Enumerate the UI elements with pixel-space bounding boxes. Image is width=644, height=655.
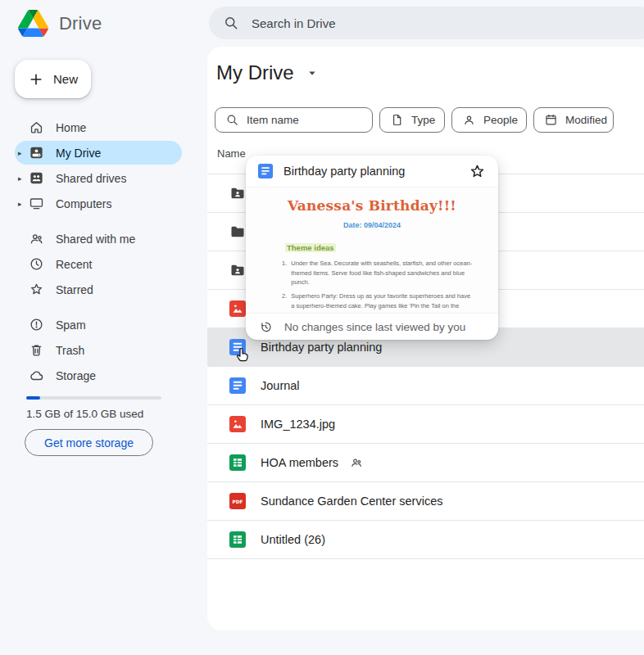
chevron-down-icon: [305, 66, 320, 80]
filter-chip-label: Modified: [565, 114, 607, 126]
sidebar-item-label: Starred: [56, 283, 93, 296]
starred-icon: [29, 282, 44, 297]
app-name: Drive: [59, 13, 102, 34]
svg-text:PDF: PDF: [232, 499, 243, 504]
shared-people-icon: [350, 456, 363, 469]
doc-numbered-list: 1.Under the Sea. Decorate with seashells…: [282, 259, 475, 314]
filter-chip-label: Item name: [247, 114, 299, 126]
file-name: Birthday party planning: [261, 341, 382, 354]
file-row-untitled-26-[interactable]: Untitled (26): [207, 521, 644, 559]
file-name: HOA members: [261, 456, 338, 469]
person-icon: [462, 113, 476, 127]
history-icon: [259, 320, 273, 334]
google-doc-icon: [258, 164, 273, 178]
drive-logo-icon: [18, 10, 48, 37]
sidebar-item-computers[interactable]: ▸Computers: [15, 192, 182, 215]
name-column-header[interactable]: Name: [217, 147, 246, 160]
file-row-img-1234-jpg[interactable]: IMG_1234.jpg: [207, 405, 644, 444]
doc-list-number: 1.: [282, 259, 287, 287]
filter-chip-label: Type: [411, 114, 435, 126]
doc-icon: [229, 377, 246, 394]
shared-folder-icon: [229, 185, 246, 201]
file-name: Untitled (26): [261, 533, 325, 546]
filter-chip-modified[interactable]: Modified: [533, 107, 614, 133]
doc-section-heading: Theme ideas: [285, 243, 336, 252]
preview-status-text: No changes since last viewed by you: [284, 321, 465, 333]
pdf-icon: PDF: [229, 493, 246, 509]
filter-chip-label: People: [483, 114, 518, 126]
file-name: Sundance Garden Center services: [261, 495, 442, 508]
shared-drives-icon: [29, 170, 44, 186]
image-icon: [229, 416, 246, 432]
doc-icon: [229, 339, 246, 355]
sidebar-item-label: Trash: [56, 344, 84, 357]
preview-header: Birthday party planning: [246, 156, 498, 187]
drive-brand: Drive: [18, 10, 102, 37]
folder-icon: [229, 224, 246, 240]
computers-icon: [29, 196, 44, 211]
doc-list-item: 2.Superhero Party: Dress up as your favo…: [282, 291, 475, 314]
get-more-storage-button[interactable]: Get more storage: [25, 429, 153, 456]
star-outline-icon[interactable]: [469, 163, 486, 180]
doc-list-text: Superhero Party: Dress up as your favori…: [291, 291, 475, 314]
sidebar-item-label: Computers: [56, 197, 111, 210]
file-row-journal[interactable]: Journal: [207, 367, 644, 405]
plus-icon: [28, 71, 44, 88]
search-icon: [223, 15, 239, 31]
storage-progress-fill: [26, 396, 40, 400]
sidebar-item-my-drive[interactable]: ▸My Drive: [15, 141, 182, 165]
search-placeholder: Search in Drive: [252, 16, 336, 30]
doc-list-item: 1.Under the Sea. Decorate with seashells…: [282, 259, 475, 287]
recent-icon: [29, 256, 44, 272]
sidebar-item-label: Shared drives: [56, 172, 126, 185]
filter-chip-type[interactable]: Type: [379, 107, 445, 133]
file-icon: [390, 113, 404, 127]
sidebar-item-shared-drives[interactable]: ▸Shared drives: [15, 166, 182, 190]
file-name: IMG_1234.jpg: [261, 418, 335, 431]
sidebar-item-label: Recent: [56, 258, 92, 271]
file-row-sundance-garden-center-services[interactable]: PDFSundance Garden Center services: [207, 482, 644, 521]
doc-date-line: Date: 09/04/2024: [246, 221, 498, 229]
sidebar-item-spam[interactable]: Spam: [15, 313, 182, 337]
my-drive-icon: [29, 145, 44, 160]
sidebar-item-storage[interactable]: Storage: [15, 364, 182, 387]
file-preview-card: Birthday party planning Vanessa's Birthd…: [246, 156, 498, 340]
page-title: My Drive: [216, 61, 294, 84]
sheet-icon: [229, 454, 246, 471]
image-icon: [229, 300, 246, 317]
new-button[interactable]: New: [15, 60, 91, 98]
filter-chip-item-name[interactable]: Item name: [215, 107, 373, 133]
filter-chips: Item nameTypePeopleModified: [215, 107, 614, 133]
sidebar-item-label: Spam: [56, 318, 86, 332]
spam-icon: [29, 317, 44, 332]
preview-footer: No changes since last viewed by you: [246, 314, 498, 340]
sidebar-item-home[interactable]: Home: [15, 115, 182, 139]
doc-heading: Vanessa's Birthday!!!: [246, 197, 498, 214]
filter-chip-people[interactable]: People: [451, 107, 527, 133]
sidebar-item-starred[interactable]: Starred: [15, 278, 182, 301]
sidebar-item-recent[interactable]: Recent: [15, 252, 182, 276]
file-row-hoa-members[interactable]: HOA members: [207, 444, 644, 482]
sidebar-nav: Home▸My Drive▸Shared drives▸ComputersSha…: [15, 115, 182, 389]
sidebar-item-label: Storage: [56, 369, 96, 382]
document-thumbnail: Vanessa's Birthday!!! Date: 09/04/2024 T…: [246, 187, 498, 314]
search-bar[interactable]: Search in Drive: [209, 7, 644, 39]
my-drive-title-dropdown[interactable]: My Drive: [216, 61, 320, 84]
home-icon: [29, 120, 44, 135]
storage-progress-bar: [26, 396, 161, 400]
expand-arrow-icon[interactable]: ▸: [18, 149, 29, 157]
doc-list-text: Under the Sea. Decorate with seashells, …: [291, 259, 475, 287]
sidebar-item-trash[interactable]: Trash: [15, 338, 182, 362]
expand-arrow-icon[interactable]: ▸: [18, 200, 29, 208]
file-name: Journal: [261, 379, 300, 392]
search-icon: [225, 113, 239, 127]
new-button-label: New: [53, 72, 78, 86]
sidebar-item-shared-with-me[interactable]: Shared with me: [15, 227, 182, 251]
sidebar-item-label: Shared with me: [56, 233, 135, 246]
trash-icon: [29, 342, 44, 358]
sidebar-item-label: Home: [56, 121, 86, 134]
expand-arrow-icon[interactable]: ▸: [18, 174, 29, 183]
sidebar-item-label: My Drive: [56, 147, 101, 160]
preview-title: Birthday party planning: [283, 165, 458, 178]
storage-icon: [29, 368, 44, 383]
